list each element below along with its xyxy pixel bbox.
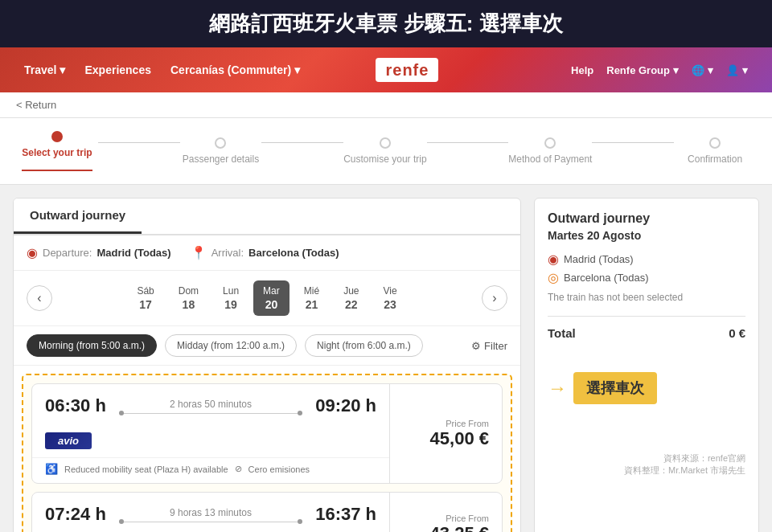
step-line-1 xyxy=(98,142,180,143)
chevron-down-icon: ▾ xyxy=(673,64,679,76)
chevron-down-icon: ▾ xyxy=(708,64,713,76)
annotation-area: → 選擇車次 xyxy=(548,372,745,404)
step-label-1: Select your trip xyxy=(22,147,92,171)
train-logo: avio xyxy=(32,428,389,457)
train-duration: 9 horas 13 minutos xyxy=(119,507,302,522)
left-panel: Outward journey ◉ Departure: Madrid (Tod… xyxy=(13,198,521,532)
footer-info: 資料來源：renfe官網 資料整理：Mr.Market 市場先生 xyxy=(548,452,745,477)
step-customise[interactable]: Customise your trip xyxy=(343,137,426,165)
user-icon: 👤 xyxy=(726,64,739,76)
right-panel-from: ◉ Madrid (Todas) xyxy=(548,252,745,267)
title-text: 網路訂西班牙火車票 步驟五: 選擇車次 xyxy=(209,11,562,35)
footer-editor: 資料整理：Mr.Market 市場先生 xyxy=(548,464,745,477)
arrival-dot-icon: 📍 xyxy=(191,245,207,260)
right-from-icon: ◉ xyxy=(548,252,559,267)
chevron-down-icon: ▾ xyxy=(60,63,65,76)
train-card-top: 07:24 h 9 horas 13 minutos 16:37 h xyxy=(32,493,389,532)
train-arrival-time: 16:37 h xyxy=(315,504,376,525)
step-line-4 xyxy=(592,142,674,143)
arrival-item: 📍 Arrival: Barcelona (Todas) xyxy=(191,245,339,260)
title-bar: 網路訂西班牙火車票 步驟五: 選擇車次 xyxy=(0,0,772,47)
train-price-block: Price From 45,00 € xyxy=(389,384,502,483)
arrow-icon: → xyxy=(548,377,567,399)
main-content: Outward journey ◉ Departure: Madrid (Tod… xyxy=(0,185,772,532)
step-line-3 xyxy=(427,142,509,143)
step-circle-2 xyxy=(215,137,226,149)
filter-btn-0[interactable]: Morning (from 5:00 a.m.) xyxy=(27,334,157,357)
train-card-1[interactable]: 07:24 h 9 horas 13 minutos 16:37 h Regio… xyxy=(31,492,503,532)
nav-experiences[interactable]: Experiences xyxy=(84,63,151,76)
total-label: Total xyxy=(548,326,576,340)
right-panel-subtitle: Martes 20 Agosto xyxy=(548,229,745,242)
nav-cercanias[interactable]: Cercanías (Commuter) ▾ xyxy=(170,63,300,76)
step-confirmation[interactable]: Confirmation xyxy=(674,137,756,165)
step-payment[interactable]: Method of Payment xyxy=(508,137,592,165)
step-circle-3 xyxy=(380,137,391,149)
price-from-label: Price From xyxy=(446,514,489,523)
step-passenger[interactable]: Passenger details xyxy=(180,137,262,165)
nav-user[interactable]: 👤 ▾ xyxy=(726,64,748,76)
renfe-logo-container: renfe xyxy=(376,61,438,80)
right-panel-title: Outward journey xyxy=(548,211,745,226)
train-duration: 2 horas 50 minutos xyxy=(119,399,302,414)
price-value: 43,25 € xyxy=(430,523,489,532)
train-card-footer: ♿ Reduced mobility seat (Plaza H) availa… xyxy=(32,457,389,483)
train-card-0[interactable]: 06:30 h 2 horas 50 minutos 09:20 h avio … xyxy=(31,383,503,484)
price-value: 45,00 € xyxy=(430,428,489,449)
filter-icon-button[interactable]: ⚙ Filter xyxy=(471,340,507,352)
step-label-5: Confirmation xyxy=(688,153,742,165)
leaf-icon: ⊘ xyxy=(235,464,242,474)
calendar-day-20[interactable]: Mar20 xyxy=(253,280,290,316)
departure-item: ◉ Departure: Madrid (Todas) xyxy=(27,245,171,260)
step-select-trip[interactable]: Select your trip xyxy=(16,131,98,171)
breadcrumb[interactable]: < Return xyxy=(0,92,772,118)
calendar-day-23[interactable]: Vie23 xyxy=(373,280,406,316)
nav-globe[interactable]: 🌐 ▾ xyxy=(692,64,713,76)
right-panel-to: ◎ Barcelona (Todas) xyxy=(548,270,745,285)
step-line-2 xyxy=(261,142,343,143)
filter-btn-1[interactable]: Midday (from 12:00 a.m.) xyxy=(165,334,297,357)
train-price-block: Price From 43,25 € xyxy=(389,493,502,532)
nav-help[interactable]: Help xyxy=(571,64,593,76)
total-row: Total 0 € xyxy=(548,316,745,340)
calendar-day-22[interactable]: Jue22 xyxy=(334,280,368,316)
wheelchair-icon: ♿ xyxy=(45,463,58,475)
dep-arr-row: ◉ Departure: Madrid (Todas) 📍 Arrival: B… xyxy=(14,235,520,271)
total-value: 0 € xyxy=(729,326,745,340)
annotation-label: 選擇車次 xyxy=(573,372,657,404)
steps-bar: Select your trip Passenger details Custo… xyxy=(0,118,772,185)
step-label-3: Customise your trip xyxy=(343,153,426,165)
journey-tabs: Outward journey xyxy=(14,198,520,235)
avio-logo: avio xyxy=(45,432,92,449)
globe-icon: 🌐 xyxy=(692,64,704,76)
calendar-next-button[interactable]: › xyxy=(482,285,507,311)
step-circle-5 xyxy=(709,137,721,149)
calendar-day-21[interactable]: Mié21 xyxy=(294,280,329,316)
renfe-logo: renfe xyxy=(376,58,438,82)
train-card-inner: 07:24 h 9 horas 13 minutos 16:37 h Regio… xyxy=(32,493,502,532)
filter-row: Morning (from 5:00 a.m.)Midday (from 12:… xyxy=(14,326,520,366)
train-arrival-time: 09:20 h xyxy=(315,395,376,416)
calendar-day-17[interactable]: Sáb17 xyxy=(127,280,163,316)
steps-container: Select your trip Passenger details Custo… xyxy=(16,131,756,184)
filter-btn-2[interactable]: Night (from 6:00 a.m.) xyxy=(305,334,423,357)
calendar-day-19[interactable]: Lun19 xyxy=(213,280,248,316)
step-circle-1 xyxy=(51,131,63,142)
right-panel-note: The train has not been selected xyxy=(548,292,745,303)
train-departure-time: 07:24 h xyxy=(45,504,106,525)
train-cards-wrapper: 06:30 h 2 horas 50 minutos 09:20 h avio … xyxy=(22,374,512,532)
calendar-prev-button[interactable]: ‹ xyxy=(27,285,52,311)
step-label-4: Method of Payment xyxy=(508,153,592,165)
step-label-2: Passenger details xyxy=(183,153,259,165)
journey-tab-outward[interactable]: Outward journey xyxy=(14,198,142,234)
navbar-right: Help Renfe Group ▾ 🌐 ▾ 👤 ▾ xyxy=(571,64,748,76)
calendar-days: Sáb17Dom18Lun19Mar20Mié21Jue22Vie23 xyxy=(59,280,475,316)
filter-icon: ⚙ xyxy=(471,340,481,352)
nav-renfe-group[interactable]: Renfe Group ▾ xyxy=(606,64,679,76)
navbar: Travel ▾ Experiences Cercanías (Commuter… xyxy=(0,47,772,92)
right-to-icon: ◎ xyxy=(548,270,559,285)
nav-travel[interactable]: Travel ▾ xyxy=(24,63,65,76)
train-card-inner: 06:30 h 2 horas 50 minutos 09:20 h avio … xyxy=(32,384,502,483)
calendar-day-18[interactable]: Dom18 xyxy=(169,280,208,316)
calendar-row: ‹ Sáb17Dom18Lun19Mar20Mié21Jue22Vie23 › xyxy=(14,271,520,326)
